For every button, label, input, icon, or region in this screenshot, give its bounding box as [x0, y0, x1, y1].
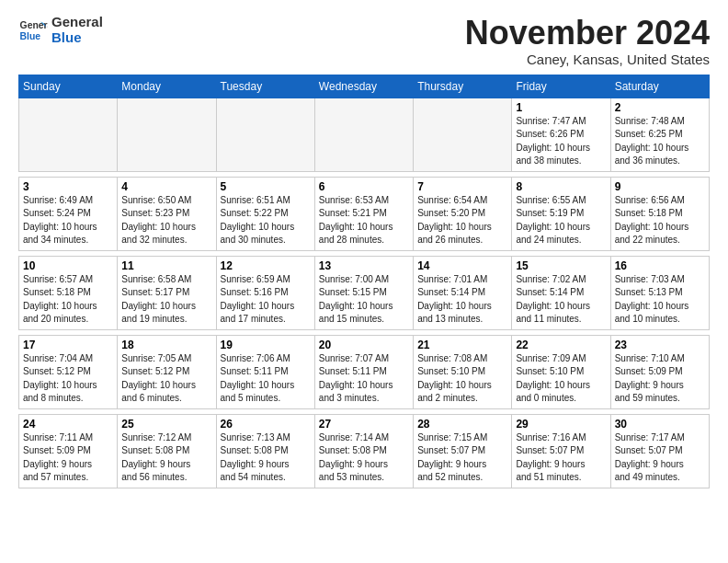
table-row [118, 98, 216, 171]
table-row: 4Sunrise: 6:50 AM Sunset: 5:23 PM Daylig… [118, 177, 216, 250]
page: General Blue General Blue November 2024 … [0, 0, 728, 498]
table-row: 21Sunrise: 7:08 AM Sunset: 5:10 PM Dayli… [414, 335, 512, 408]
table-row: 17Sunrise: 7:04 AM Sunset: 5:12 PM Dayli… [19, 335, 118, 408]
day-number: 13 [319, 259, 409, 272]
table-row: 28Sunrise: 7:15 AM Sunset: 5:07 PM Dayli… [414, 414, 512, 488]
day-number: 9 [615, 180, 705, 193]
month-title: November 2024 [465, 15, 710, 52]
day-number: 29 [516, 418, 606, 431]
day-info: Sunrise: 7:07 AM Sunset: 5:11 PM Dayligh… [319, 352, 409, 406]
table-row: 24Sunrise: 7:11 AM Sunset: 5:09 PM Dayli… [19, 414, 118, 488]
day-info: Sunrise: 7:00 AM Sunset: 5:15 PM Dayligh… [319, 273, 409, 327]
table-row: 16Sunrise: 7:03 AM Sunset: 5:13 PM Dayli… [610, 256, 709, 329]
day-info: Sunrise: 7:10 AM Sunset: 5:09 PM Dayligh… [615, 352, 705, 406]
day-number: 27 [319, 418, 409, 431]
day-info: Sunrise: 7:11 AM Sunset: 5:09 PM Dayligh… [23, 431, 113, 485]
day-info: Sunrise: 7:02 AM Sunset: 5:14 PM Dayligh… [516, 273, 606, 327]
header-sunday: Sunday [19, 75, 118, 98]
day-info: Sunrise: 6:58 AM Sunset: 5:17 PM Dayligh… [121, 273, 211, 327]
table-row: 14Sunrise: 7:01 AM Sunset: 5:14 PM Dayli… [414, 256, 512, 329]
day-number: 3 [23, 180, 113, 193]
table-row: 8Sunrise: 6:55 AM Sunset: 5:19 PM Daylig… [512, 177, 610, 250]
calendar-header-row: Sunday Monday Tuesday Wednesday Thursday… [19, 75, 710, 98]
table-row: 12Sunrise: 6:59 AM Sunset: 5:16 PM Dayli… [216, 256, 314, 329]
table-row: 13Sunrise: 7:00 AM Sunset: 5:15 PM Dayli… [314, 256, 413, 329]
day-number: 8 [516, 180, 606, 193]
svg-text:Blue: Blue [20, 30, 41, 40]
table-row: 11Sunrise: 6:58 AM Sunset: 5:17 PM Dayli… [118, 256, 216, 329]
day-info: Sunrise: 7:05 AM Sunset: 5:12 PM Dayligh… [121, 352, 211, 406]
svg-text:General: General [20, 20, 48, 30]
day-info: Sunrise: 7:09 AM Sunset: 5:10 PM Dayligh… [516, 352, 606, 406]
day-number: 24 [23, 418, 113, 431]
day-number: 14 [417, 259, 507, 272]
day-info: Sunrise: 7:08 AM Sunset: 5:10 PM Dayligh… [417, 352, 507, 406]
table-row: 15Sunrise: 7:02 AM Sunset: 5:14 PM Dayli… [512, 256, 610, 329]
day-number: 19 [221, 339, 311, 351]
table-row: 1Sunrise: 7:47 AM Sunset: 6:26 PM Daylig… [512, 98, 610, 171]
day-info: Sunrise: 6:50 AM Sunset: 5:23 PM Dayligh… [121, 194, 211, 247]
calendar-week-row: 3Sunrise: 6:49 AM Sunset: 5:24 PM Daylig… [19, 177, 710, 250]
day-info: Sunrise: 7:03 AM Sunset: 5:13 PM Dayligh… [615, 273, 705, 327]
day-info: Sunrise: 7:48 AM Sunset: 6:25 PM Dayligh… [615, 115, 705, 168]
day-info: Sunrise: 6:54 AM Sunset: 5:20 PM Dayligh… [417, 194, 507, 247]
day-number: 10 [23, 259, 113, 272]
day-number: 1 [516, 101, 606, 114]
header-thursday: Thursday [414, 75, 512, 98]
day-number: 23 [615, 339, 705, 351]
table-row: 26Sunrise: 7:13 AM Sunset: 5:08 PM Dayli… [216, 414, 314, 488]
logo: General Blue General Blue [18, 15, 103, 45]
table-row: 3Sunrise: 6:49 AM Sunset: 5:24 PM Daylig… [19, 177, 118, 250]
table-row: 2Sunrise: 7:48 AM Sunset: 6:25 PM Daylig… [610, 98, 709, 171]
day-info: Sunrise: 7:12 AM Sunset: 5:08 PM Dayligh… [121, 431, 211, 485]
table-row: 20Sunrise: 7:07 AM Sunset: 5:11 PM Dayli… [314, 335, 413, 408]
day-number: 2 [615, 101, 705, 114]
day-info: Sunrise: 6:56 AM Sunset: 5:18 PM Dayligh… [615, 194, 705, 247]
table-row: 18Sunrise: 7:05 AM Sunset: 5:12 PM Dayli… [118, 335, 216, 408]
table-row: 25Sunrise: 7:12 AM Sunset: 5:08 PM Dayli… [118, 414, 216, 488]
table-row: 5Sunrise: 6:51 AM Sunset: 5:22 PM Daylig… [216, 177, 314, 250]
day-info: Sunrise: 7:13 AM Sunset: 5:08 PM Dayligh… [221, 431, 311, 485]
day-number: 20 [319, 339, 409, 351]
day-number: 25 [121, 418, 211, 431]
calendar-week-row: 10Sunrise: 6:57 AM Sunset: 5:18 PM Dayli… [19, 256, 710, 329]
day-info: Sunrise: 7:04 AM Sunset: 5:12 PM Dayligh… [23, 352, 113, 406]
logo-icon: General Blue [18, 16, 48, 45]
day-number: 16 [615, 259, 705, 272]
header-friday: Friday [512, 75, 610, 98]
table-row: 6Sunrise: 6:53 AM Sunset: 5:21 PM Daylig… [314, 177, 413, 250]
day-number: 22 [516, 339, 606, 351]
day-number: 4 [121, 180, 211, 193]
calendar-table: Sunday Monday Tuesday Wednesday Thursday… [18, 75, 710, 488]
day-number: 30 [615, 418, 705, 431]
day-info: Sunrise: 6:51 AM Sunset: 5:22 PM Dayligh… [221, 194, 311, 247]
location: Caney, Kansas, United States [465, 52, 710, 67]
day-info: Sunrise: 7:47 AM Sunset: 6:26 PM Dayligh… [516, 115, 606, 168]
calendar-week-row: 1Sunrise: 7:47 AM Sunset: 6:26 PM Daylig… [19, 98, 710, 171]
day-number: 15 [516, 259, 606, 272]
day-number: 21 [417, 339, 507, 351]
day-number: 26 [221, 418, 311, 431]
day-info: Sunrise: 7:14 AM Sunset: 5:08 PM Dayligh… [319, 431, 409, 485]
table-row [216, 98, 314, 171]
calendar-week-row: 24Sunrise: 7:11 AM Sunset: 5:09 PM Dayli… [19, 414, 710, 488]
day-number: 28 [417, 418, 507, 431]
header-tuesday: Tuesday [216, 75, 314, 98]
day-number: 18 [121, 339, 211, 351]
day-number: 7 [417, 180, 507, 193]
logo-line2: Blue [51, 30, 103, 46]
header-monday: Monday [118, 75, 216, 98]
table-row: 22Sunrise: 7:09 AM Sunset: 5:10 PM Dayli… [512, 335, 610, 408]
day-number: 5 [221, 180, 311, 193]
day-number: 11 [121, 259, 211, 272]
day-info: Sunrise: 6:49 AM Sunset: 5:24 PM Dayligh… [23, 194, 113, 247]
day-number: 17 [23, 339, 113, 351]
table-row: 10Sunrise: 6:57 AM Sunset: 5:18 PM Dayli… [19, 256, 118, 329]
day-info: Sunrise: 7:15 AM Sunset: 5:07 PM Dayligh… [417, 431, 507, 485]
header: General Blue General Blue November 2024 … [18, 15, 710, 67]
title-block: November 2024 Caney, Kansas, United Stat… [465, 15, 710, 67]
day-info: Sunrise: 7:01 AM Sunset: 5:14 PM Dayligh… [417, 273, 507, 327]
table-row: 23Sunrise: 7:10 AM Sunset: 5:09 PM Dayli… [610, 335, 709, 408]
day-number: 6 [319, 180, 409, 193]
calendar-week-row: 17Sunrise: 7:04 AM Sunset: 5:12 PM Dayli… [19, 335, 710, 408]
